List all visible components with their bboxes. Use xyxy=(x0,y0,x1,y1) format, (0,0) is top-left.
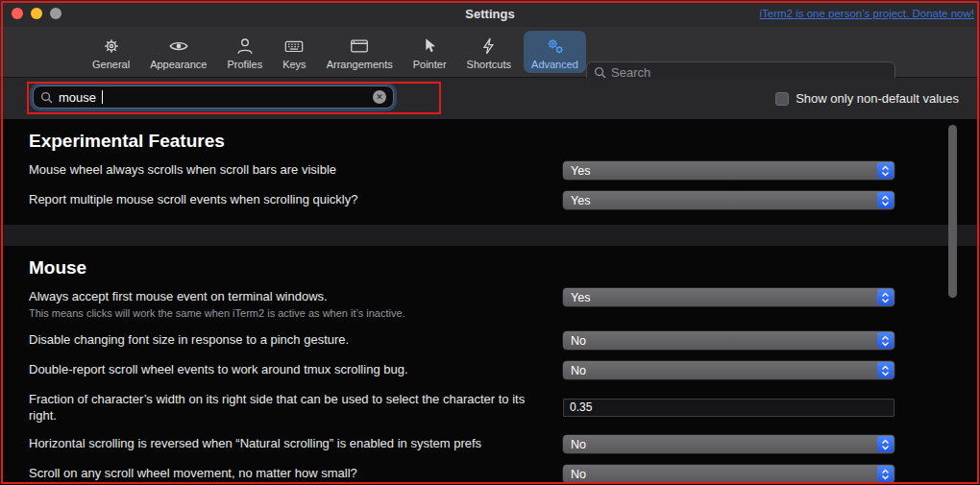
tab-label: Pointer xyxy=(413,59,447,70)
gear-icon xyxy=(101,35,122,58)
select-value: Yes xyxy=(571,164,590,178)
stepper-icon xyxy=(877,466,894,482)
fraction-width-input[interactable] xyxy=(563,399,894,417)
toolbar-tabs: General Appearance Profiles xyxy=(85,31,586,73)
filter-query-text: mouse xyxy=(59,90,96,105)
setting-select[interactable]: No xyxy=(563,465,894,483)
setting-label: Report multiple mouse scroll events when… xyxy=(29,191,544,207)
setting-select[interactable]: No xyxy=(563,331,894,350)
setting-select[interactable]: Yes xyxy=(563,288,894,306)
tab-arrangements[interactable]: Arrangements xyxy=(319,31,401,73)
tab-keys[interactable]: Keys xyxy=(275,31,313,73)
setting-sublabel: This means clicks will work the same whe… xyxy=(29,306,544,320)
eye-icon xyxy=(168,35,189,58)
window-panes-icon xyxy=(349,35,370,58)
cursor-arrow-icon xyxy=(419,35,440,58)
setting-select[interactable]: Yes xyxy=(563,161,894,180)
advanced-filter-field[interactable]: mouse ✕ xyxy=(33,85,394,109)
scrollbar-thumb[interactable] xyxy=(948,125,957,298)
setting-row: Mouse wheel always scrolls when scroll b… xyxy=(29,156,905,185)
setting-row: Double-report scroll wheel events to wor… xyxy=(29,355,905,385)
select-value: No xyxy=(571,468,586,481)
setting-label: Always accept first mouse event on termi… xyxy=(29,288,544,304)
select-value: Yes xyxy=(571,194,590,207)
select-value: No xyxy=(571,334,586,348)
setting-row: Fraction of character’s width on its rig… xyxy=(29,385,905,429)
lightning-bolt-icon xyxy=(478,35,500,58)
toolbar: General Appearance Profiles xyxy=(0,27,980,78)
tab-label: Keys xyxy=(282,59,306,70)
section-title-experimental: Experimental Features xyxy=(29,131,905,152)
tab-general[interactable]: General xyxy=(85,31,137,73)
tab-label: Arrangements xyxy=(327,59,393,70)
checkbox-label: Show only non-default values xyxy=(796,91,959,106)
search-icon xyxy=(40,91,53,104)
stepper-icon xyxy=(877,332,894,349)
titlebar: Settings iTerm2 is one person’s project.… xyxy=(0,0,980,27)
setting-row: Disable changing font size in response t… xyxy=(29,326,905,355)
section-title-mouse: Mouse xyxy=(29,257,905,279)
section-divider xyxy=(0,225,980,246)
setting-label: Scroll on any scroll wheel movement, no … xyxy=(29,465,544,481)
stepper-icon xyxy=(877,362,894,378)
tab-pointer[interactable]: Pointer xyxy=(405,31,454,73)
select-value: No xyxy=(571,438,586,451)
stepper-icon xyxy=(877,162,894,179)
setting-label: Mouse wheel always scrolls when scroll b… xyxy=(29,161,544,178)
tab-label: Advanced xyxy=(531,59,578,70)
search-icon xyxy=(594,66,606,79)
settings-list: Experimental Features Mouse wheel always… xyxy=(0,119,980,485)
settings-window: Settings iTerm2 is one person’s project.… xyxy=(0,0,980,485)
setting-select[interactable]: No xyxy=(563,361,894,379)
setting-label: Horizontal scrolling is reversed when “N… xyxy=(29,435,544,451)
select-value: No xyxy=(571,364,586,377)
scrollbar[interactable] xyxy=(948,125,957,471)
setting-select[interactable]: Yes xyxy=(563,191,894,209)
setting-label: Fraction of character’s width on its rig… xyxy=(29,391,544,424)
setting-select[interactable]: No xyxy=(563,435,894,453)
setting-row: Horizontal scrolling is reversed when “N… xyxy=(29,429,905,459)
clear-search-icon[interactable]: ✕ xyxy=(373,90,386,104)
setting-label: Double-report scroll wheel events to wor… xyxy=(29,361,544,377)
setting-row: Always accept first mouse event on termi… xyxy=(29,282,905,326)
setting-row: Report multiple mouse scroll events when… xyxy=(29,185,905,215)
tab-shortcuts[interactable]: Shortcuts xyxy=(459,31,519,73)
double-gear-icon xyxy=(545,35,566,58)
setting-label: Disable changing font size in response t… xyxy=(29,331,544,348)
tab-appearance[interactable]: Appearance xyxy=(142,31,214,73)
setting-row: Scroll on any scroll wheel movement, no … xyxy=(29,459,905,485)
stepper-icon xyxy=(877,436,894,452)
show-nondefault-toggle[interactable]: Show only non-default values xyxy=(775,91,959,106)
stepper-icon xyxy=(877,289,894,305)
keyboard-icon xyxy=(283,35,305,58)
tab-label: Shortcuts xyxy=(467,59,511,70)
text-caret xyxy=(102,90,103,104)
tab-label: General xyxy=(92,59,130,70)
tab-advanced[interactable]: Advanced xyxy=(524,31,586,73)
tab-label: Appearance xyxy=(150,59,207,70)
tab-label: Profiles xyxy=(227,59,262,70)
donate-link[interactable]: iTerm2 is one person’s project. Donate n… xyxy=(759,8,974,19)
checkbox[interactable] xyxy=(775,92,789,106)
select-value: Yes xyxy=(571,291,590,304)
stepper-icon xyxy=(877,192,894,208)
tab-profiles[interactable]: Profiles xyxy=(219,31,270,73)
person-icon xyxy=(234,35,256,58)
